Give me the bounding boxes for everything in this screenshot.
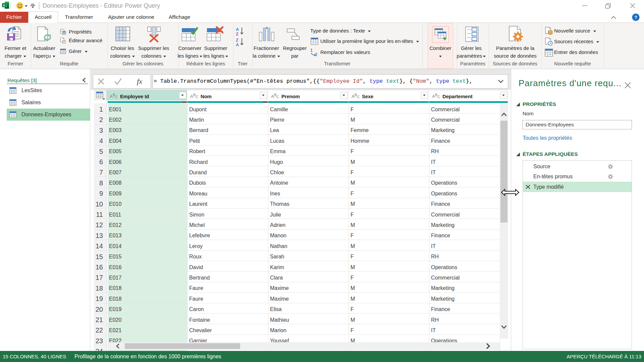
svg-text:A: A — [236, 42, 239, 47]
svg-text:X: X — [3, 3, 5, 7]
svg-text:Z: Z — [236, 38, 238, 43]
svg-text:1: 1 — [310, 48, 313, 53]
svg-text:Z: Z — [236, 32, 238, 36]
svg-text:2: 2 — [315, 52, 317, 57]
svg-text:A: A — [236, 27, 239, 32]
svg-text:?: ? — [634, 15, 637, 20]
